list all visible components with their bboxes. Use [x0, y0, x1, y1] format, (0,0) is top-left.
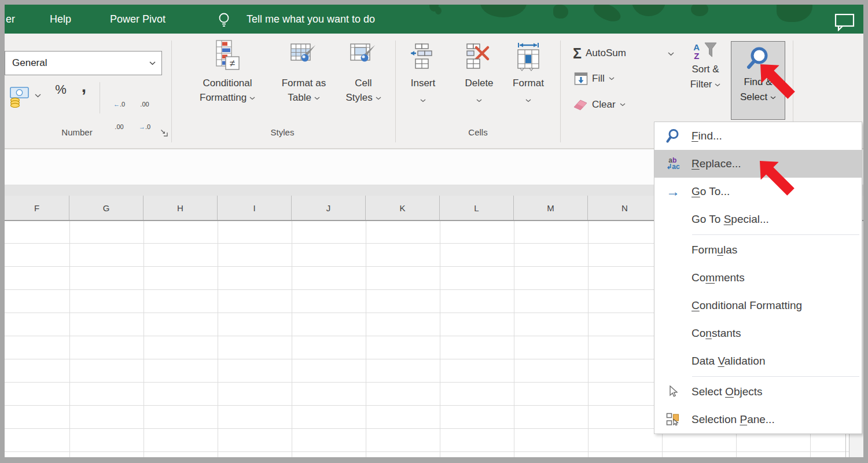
conditional-formatting-button[interactable]: ≠ Conditional Formatting	[189, 39, 266, 104]
fill-button[interactable]: Fill	[574, 72, 615, 86]
number-format-combobox[interactable]: General	[5, 51, 162, 75]
tell-me-box[interactable]: Tell me what you want to do	[247, 5, 375, 34]
menu-item-select-objects[interactable]: Select Objects	[654, 378, 862, 406]
label-post: las	[723, 244, 737, 256]
chevron-down-icon	[770, 96, 776, 100]
left-arrow-glyph: ←	[113, 101, 120, 108]
menu-item-constants[interactable]: Constants	[654, 319, 862, 347]
column-letter: L	[474, 203, 479, 213]
label-key: n	[705, 327, 712, 339]
menu-item-data-validation[interactable]: Data Validation	[654, 347, 862, 375]
column-header-f[interactable]: F	[5, 196, 69, 220]
conditional-formatting-icon: ≠	[215, 39, 240, 73]
button-label-line1: Cell	[333, 78, 393, 89]
menu-item-replace[interactable]: ab ↲ac Replace...	[654, 150, 862, 178]
ribbon-tab-help[interactable]: Help	[50, 5, 71, 34]
excel-window: er Help Power Pivot Tell me what you wan…	[0, 0, 868, 463]
ribbon-tab-developer-partial[interactable]: er	[6, 5, 15, 34]
button-label-line2: Filter	[690, 79, 712, 90]
label-post: pecial...	[731, 213, 768, 225]
label-key: O	[725, 385, 734, 398]
column-header-j[interactable]: J	[292, 196, 366, 220]
decorative-leaf	[435, 7, 442, 14]
inc-decimal-text2: .00	[115, 123, 123, 130]
menu-item-formulas[interactable]: Formulas	[654, 236, 862, 264]
delete-cells-button[interactable]: Delete	[455, 39, 503, 105]
dialog-launcher-icon[interactable]	[160, 128, 168, 137]
ribbon-tab-power-pivot[interactable]: Power Pivot	[110, 5, 165, 34]
autosum-dropdown-chevron-icon[interactable]	[668, 52, 674, 56]
insert-cells-button[interactable]: Insert	[399, 39, 447, 105]
percent-style-button[interactable]: %	[51, 82, 71, 97]
cursor-arrow-icon	[654, 385, 692, 398]
az-sort-icon: A Z	[693, 43, 700, 60]
column-header-l[interactable]: L	[440, 196, 514, 220]
selection-pane-icon	[654, 413, 692, 427]
label-key: m	[705, 271, 715, 284]
button-label-line1: Conditional	[189, 78, 266, 89]
label-pre: Form	[692, 244, 717, 256]
accounting-dropdown-chevron-icon[interactable]	[35, 94, 41, 98]
sort-filter-button[interactable]: A Z Sort & Filter	[681, 42, 730, 90]
decorative-blob	[777, 5, 812, 22]
accounting-format-icon[interactable]	[9, 83, 30, 108]
column-header-g[interactable]: G	[69, 196, 144, 220]
decrease-decimal-button[interactable]: .00 →.0	[134, 86, 155, 146]
chevron-down-icon[interactable]	[476, 99, 482, 102]
not-equal-glyph: ≠	[230, 58, 235, 69]
replace-arrow: ↲	[666, 163, 672, 171]
sort-a-glyph: A	[693, 43, 700, 52]
decorative-leaf	[591, 5, 623, 25]
increase-decimal-button[interactable]: ←.0 .00	[109, 86, 130, 146]
menu-item-go-to[interactable]: → Go To...	[654, 178, 862, 205]
column-header-k[interactable]: K	[366, 196, 440, 220]
decorative-blob	[480, 5, 527, 17]
label-key: u	[717, 244, 723, 256]
fill-icon	[574, 72, 588, 86]
comma-style-button[interactable]: ,	[76, 76, 91, 96]
chevron-down-icon	[609, 77, 615, 80]
dec-decimal-text: .00	[140, 101, 149, 108]
column-header-n[interactable]: N	[588, 196, 662, 220]
chevron-down-icon	[249, 97, 255, 100]
autosum-button[interactable]: Σ AutoSum	[573, 46, 626, 60]
label-post: ments	[715, 271, 745, 284]
column-header-h[interactable]: H	[144, 196, 218, 220]
format-as-table-icon	[290, 43, 318, 72]
cell-styles-button[interactable]: Cell Styles	[333, 39, 393, 104]
chevron-down-icon	[620, 103, 626, 106]
label-key: S	[724, 213, 731, 225]
label-pre: Go To	[692, 213, 724, 225]
menu-item-conditional-formatting[interactable]: Conditional Formatting	[654, 292, 862, 319]
format-as-table-button[interactable]: Format as Table	[269, 39, 339, 104]
chevron-down-icon[interactable]	[525, 99, 531, 102]
menu-item-find[interactable]: Find...	[654, 122, 862, 150]
tab-label: er	[6, 13, 15, 25]
column-letter: F	[34, 203, 39, 213]
menu-item-comments[interactable]: Comments	[654, 264, 862, 292]
button-label: Format	[504, 78, 553, 89]
menu-item-go-to-special[interactable]: Go To Special...	[654, 205, 862, 233]
column-letter: G	[103, 203, 110, 213]
column-letter: J	[326, 203, 331, 213]
tab-label: Help	[50, 13, 71, 25]
chevron-down-icon[interactable]	[149, 61, 156, 65]
find-select-dropdown-menu: Find... ab ↲ac Replace... → Go To... Go …	[654, 122, 862, 434]
column-header-i[interactable]: I	[218, 196, 292, 220]
clear-button[interactable]: Clear	[573, 98, 626, 111]
go-to-arrow-icon: →	[654, 186, 692, 197]
format-cells-button[interactable]: Format	[504, 39, 553, 105]
button-label: Insert	[399, 78, 447, 89]
chevron-down-icon[interactable]	[420, 99, 426, 102]
label-post: alidation	[724, 355, 766, 367]
menu-item-selection-pane[interactable]: Selection Pane...	[654, 406, 862, 433]
label-key: V	[718, 355, 724, 367]
sigma-icon: Σ	[573, 46, 582, 60]
label-pre: Selection	[692, 413, 740, 425]
column-header-m[interactable]: M	[514, 196, 588, 220]
chevron-down-icon	[376, 97, 381, 100]
inc-decimal-text: .0	[120, 101, 125, 108]
button-label-line1: Format as	[269, 78, 339, 89]
menu-separator	[692, 234, 859, 235]
comment-icon[interactable]	[834, 13, 856, 31]
